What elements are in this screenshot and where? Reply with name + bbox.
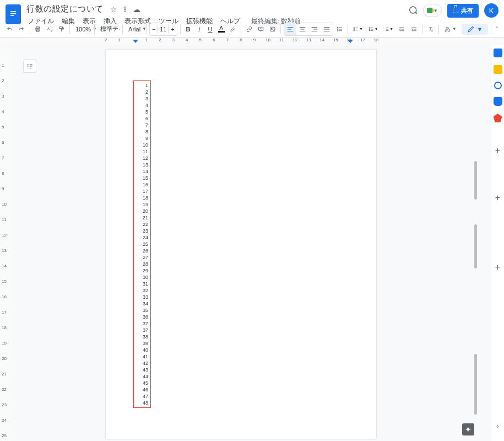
underline-button[interactable]: U xyxy=(205,23,215,35)
collapse-toolbar-button[interactable]: ˆ xyxy=(494,24,500,34)
line-number: 21 xyxy=(143,214,148,221)
document-outline-toggle[interactable] xyxy=(23,60,36,73)
align-center-button[interactable] xyxy=(296,23,308,35)
font-size-decrease[interactable]: − xyxy=(150,23,158,35)
numbered-list-button[interactable]: ▼ xyxy=(382,23,396,35)
line-number: 47 xyxy=(143,393,148,400)
line-spacing-button[interactable] xyxy=(334,23,345,35)
page[interactable]: 1234567891011121314151617181920212223242… xyxy=(106,50,376,439)
meet-button[interactable]: ▼ xyxy=(423,4,442,17)
increase-indent-button[interactable] xyxy=(409,23,419,35)
line-number: 15 xyxy=(143,175,148,181)
left-indent-marker-icon[interactable] xyxy=(133,40,138,44)
line-number: 1 xyxy=(145,82,148,89)
svg-rect-0 xyxy=(8,8,18,20)
calendar-icon[interactable] xyxy=(494,49,502,57)
insert-image-button[interactable] xyxy=(267,23,278,35)
star-icon[interactable]: ☆ xyxy=(110,5,117,14)
get-addons-button[interactable]: + xyxy=(495,262,500,272)
insert-link-button[interactable] xyxy=(244,23,254,35)
account-avatar[interactable]: K xyxy=(484,3,498,18)
redo-button[interactable] xyxy=(16,23,26,35)
vruler-tick: 5 xyxy=(2,125,4,130)
line-number: 37 xyxy=(143,327,148,334)
contacts-icon[interactable] xyxy=(494,97,502,106)
ruler-tick: 18 xyxy=(374,37,379,42)
line-number: 19 xyxy=(143,201,148,208)
ruler-tick: 6 xyxy=(213,37,215,42)
vruler-tick: 15 xyxy=(2,279,7,284)
bold-button[interactable]: B xyxy=(183,23,193,35)
undo-button[interactable] xyxy=(4,23,15,35)
line-number: 39 xyxy=(143,340,148,347)
explore-button[interactable]: ✦ xyxy=(462,423,474,435)
input-tools-button[interactable]: あ▼ xyxy=(442,24,459,34)
line-number: 24 xyxy=(143,234,148,241)
font-size-control: − 11 + xyxy=(149,23,177,36)
highlight-color-button[interactable] xyxy=(227,23,238,35)
line-number: 26 xyxy=(143,248,148,254)
clear-formatting-button[interactable] xyxy=(425,23,436,35)
align-justify-button[interactable] xyxy=(321,23,333,35)
line-number: 38 xyxy=(143,334,148,340)
font-family-select[interactable]: Arial▼ xyxy=(126,25,143,34)
hide-side-panel-button[interactable]: › xyxy=(497,422,499,430)
spellcheck-button[interactable]: A xyxy=(45,23,55,35)
comment-history-icon[interactable] xyxy=(408,6,418,15)
editing-mode-button[interactable]: ▼ xyxy=(462,24,489,35)
vruler-tick: 7 xyxy=(2,155,4,160)
title-bar: 行数の設定について ☆ ⇪ ☁ ファイル 編集 表示 挿入 表示形式 ツール 拡… xyxy=(0,0,504,21)
line-number: 44 xyxy=(143,373,148,380)
line-number: 36 xyxy=(143,314,148,320)
line-number: 41 xyxy=(143,353,148,360)
text-color-button[interactable]: A xyxy=(216,23,226,35)
move-icon[interactable]: ⇪ xyxy=(122,5,128,14)
checklist-button[interactable]: ▼ xyxy=(351,23,365,35)
line-number: 28 xyxy=(143,261,148,267)
align-group xyxy=(284,23,333,36)
decrease-indent-button[interactable] xyxy=(397,23,407,35)
font-size-value[interactable]: 11 xyxy=(158,25,169,34)
vruler-tick: 14 xyxy=(2,263,7,268)
right-indent-marker-icon[interactable] xyxy=(348,40,353,44)
vruler-tick: 21 xyxy=(2,372,7,377)
vruler-tick: 13 xyxy=(2,248,7,253)
bulleted-list-button[interactable]: ▼ xyxy=(366,23,381,35)
add-comment-button[interactable] xyxy=(256,23,266,35)
scrollbar[interactable] xyxy=(474,161,477,200)
ruler-tick: 5 xyxy=(199,37,202,42)
vruler-tick: 12 xyxy=(2,233,7,238)
line-number: 20 xyxy=(143,208,148,214)
cloud-status-icon[interactable]: ☁ xyxy=(133,5,140,14)
print-button[interactable] xyxy=(32,23,43,35)
keep-icon[interactable] xyxy=(494,65,502,74)
meet-camera-icon xyxy=(427,8,432,13)
svg-rect-12 xyxy=(354,27,355,28)
tasks-icon[interactable] xyxy=(494,82,502,89)
zoom-select[interactable]: 100%▼ xyxy=(73,25,91,34)
paragraph-style-select[interactable]: 標準テキス…▼ xyxy=(97,24,120,34)
document-canvas[interactable]: 1234567891011121314151617181920212223242… xyxy=(11,45,491,441)
lock-icon xyxy=(453,8,458,13)
scrollbar[interactable] xyxy=(474,354,477,415)
line-number: 35 xyxy=(143,307,148,314)
scrollbar[interactable] xyxy=(474,224,477,268)
maps-icon[interactable] xyxy=(494,114,502,122)
vertical-ruler[interactable]: 1234567891011121314151617181920212223242… xyxy=(0,45,11,441)
italic-button[interactable]: I xyxy=(194,23,204,35)
vruler-tick: 19 xyxy=(2,341,7,346)
line-number: 43 xyxy=(143,367,148,373)
document-title[interactable]: 行数の設定について xyxy=(24,3,106,15)
docs-app-icon[interactable] xyxy=(6,4,21,24)
font-size-increase[interactable]: + xyxy=(169,23,176,35)
get-addons-button[interactable]: + xyxy=(495,193,500,203)
line-number: 48 xyxy=(143,400,148,406)
get-addons-button[interactable]: + xyxy=(495,146,500,155)
paint-format-button[interactable] xyxy=(56,23,67,35)
align-right-button[interactable] xyxy=(308,23,321,35)
align-left-button[interactable] xyxy=(284,23,296,35)
share-button[interactable]: 共有 xyxy=(447,4,479,18)
horizontal-ruler[interactable]: 21123456789101112131415161718 xyxy=(0,37,504,45)
ruler-tick: 7 xyxy=(226,37,229,42)
line-number: 13 xyxy=(143,162,148,168)
